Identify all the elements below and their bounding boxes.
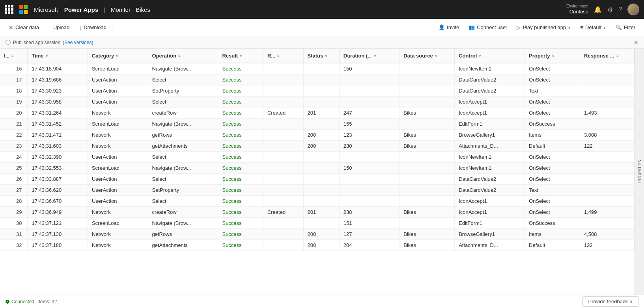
play-published-app-button[interactable]: ▷ Play published app ∨: [513, 22, 575, 32]
upload-icon: ↑: [49, 24, 51, 31]
table-cell: IconNewItem1: [455, 63, 525, 74]
table-row[interactable]: 2017:43:31.264NetworkcreateRowSuccessCre…: [0, 108, 635, 119]
table-row[interactable]: 1917:43:30.958UserActionSelectSuccessIco…: [0, 96, 635, 108]
table-cell: Success: [218, 141, 263, 152]
see-versions-link[interactable]: (See versions): [63, 40, 93, 45]
table-cell: UserAction: [88, 74, 148, 85]
table-cell: 17:43:30.958: [28, 96, 88, 108]
table-cell: Text: [525, 185, 580, 196]
table-row[interactable]: 3017:43:37.121ScreenLoadNavigate (Brow..…: [0, 218, 635, 229]
waffle-menu[interactable]: [5, 5, 13, 14]
col-status[interactable]: Status∨: [303, 49, 339, 63]
settings-icon[interactable]: ⚙: [607, 6, 613, 13]
invite-button[interactable]: 👤 Invite: [435, 22, 463, 32]
filter-label: Filter: [624, 24, 635, 30]
table-cell: Select: [148, 174, 218, 185]
avatar[interactable]: [627, 4, 639, 15]
table-cell: [399, 163, 455, 174]
table-cell: 17:43:31.264: [28, 108, 88, 119]
col-category[interactable]: Category∨: [88, 49, 148, 63]
col-id[interactable]: I...∨: [0, 49, 28, 63]
table-cell: 26: [0, 174, 28, 185]
download-button[interactable]: ↓ Download: [75, 22, 110, 33]
table-cell: [580, 218, 634, 229]
clear-data-button[interactable]: ✕ Clear data: [5, 22, 43, 33]
table-cell: [303, 119, 339, 130]
col-datasource[interactable]: Data source∨: [399, 49, 455, 63]
col-time[interactable]: Time∨: [28, 49, 88, 63]
duration-sort-icon: ∨: [373, 54, 376, 58]
table-cell: 150: [339, 63, 399, 74]
table-row[interactable]: 2417:43:32.390UserActionSelectSuccessIco…: [0, 152, 635, 163]
table-row[interactable]: 2517:43:32.553ScreenLoadNavigate (Brow..…: [0, 163, 635, 174]
environment-name: Contoso: [569, 9, 588, 15]
table-row[interactable]: 2717:43:36.620UserActionSetPropertySucce…: [0, 185, 635, 196]
time-sort-icon: ∨: [45, 54, 48, 58]
table-cell: [399, 174, 455, 185]
table-cell: [580, 185, 634, 196]
table-row[interactable]: 2917:43:36.949NetworkcreateRowSuccessCre…: [0, 207, 635, 218]
table-row[interactable]: 2217:43:31.471NetworkgetRowsSuccess20012…: [0, 130, 635, 141]
table-cell: OnSelect: [525, 152, 580, 163]
table-cell: [263, 85, 303, 96]
table-cell: Bikes: [399, 240, 455, 251]
table-cell: DataCardValue2: [455, 74, 525, 85]
table-row[interactable]: 1717:43:19.686UserActionSelectSuccessDat…: [0, 74, 635, 85]
table-cell: getAttachments: [148, 141, 218, 152]
default-button[interactable]: ≡ Default ∨: [576, 22, 610, 32]
table-cell: Success: [218, 108, 263, 119]
table-cell: createRow: [148, 108, 218, 119]
table-cell: Network: [88, 108, 148, 119]
table-cell: [263, 141, 303, 152]
table-row[interactable]: 1817:43:30.923UserActionSetPropertySucce…: [0, 85, 635, 96]
table-cell: Default: [525, 240, 580, 251]
col-control[interactable]: Control∨: [455, 49, 525, 63]
table-cell: 20: [0, 108, 28, 119]
table-cell: OnSuccess: [525, 119, 580, 130]
table-row[interactable]: 2817:43:36.670UserActionSelectSuccessIco…: [0, 196, 635, 207]
table-row[interactable]: 3217:43:37.180NetworkgetAttachmentsSucce…: [0, 240, 635, 251]
table-cell: [263, 196, 303, 207]
play-label: Play published app: [523, 24, 566, 30]
table-cell: 1,499: [580, 207, 634, 218]
table-cell: Bikes: [399, 130, 455, 141]
table-row[interactable]: 3117:43:37.130NetworkgetRowsSuccess20012…: [0, 229, 635, 240]
provide-feedback-button[interactable]: Provide feedback ∨: [582, 296, 638, 307]
connected-label: Connected: [11, 299, 34, 304]
upload-button[interactable]: ↑ Upload: [45, 22, 73, 33]
notification-icon[interactable]: 🔔: [594, 6, 602, 13]
connect-user-button[interactable]: 👥 Connect user: [465, 22, 511, 32]
table-row[interactable]: 2317:43:31.603NetworkgetAttachmentsSucce…: [0, 141, 635, 152]
filter-button[interactable]: 🔍 Filter: [612, 22, 639, 32]
col-result[interactable]: Result∨: [218, 49, 263, 63]
table-cell: [580, 74, 634, 85]
col-r[interactable]: R...∨: [263, 49, 303, 63]
table-cell: DataCardValue2: [455, 174, 525, 185]
help-icon[interactable]: ?: [618, 6, 622, 13]
data-table-container[interactable]: I...∨ Time∨ Category∨ Operation∨ Result∨: [0, 49, 635, 295]
table-cell: Success: [218, 174, 263, 185]
table-cell: 22: [0, 130, 28, 141]
table-cell: 17:43:36.620: [28, 185, 88, 196]
table-cell: Network: [88, 240, 148, 251]
toolbar: ✕ Clear data ↑ Upload ↓ Download 👤 Invit…: [0, 19, 644, 36]
table-cell: 122: [580, 240, 634, 251]
col-operation[interactable]: Operation∨: [148, 49, 218, 63]
infobar-close-button[interactable]: ✕: [634, 39, 638, 46]
table-cell: [580, 85, 634, 96]
col-duration[interactable]: Duration (...∨: [339, 49, 399, 63]
datasource-sort-icon: ∨: [435, 54, 437, 58]
table-row[interactable]: 2617:43:33.887UserActionSelectSuccessDat…: [0, 174, 635, 185]
table-cell: BrowseGallery1: [455, 130, 525, 141]
table-cell: Success: [218, 119, 263, 130]
table-cell: Bikes: [399, 207, 455, 218]
properties-panel-tab[interactable]: Properties: [635, 49, 644, 295]
col-response[interactable]: Response ...∨: [580, 49, 634, 63]
feedback-chevron-icon: ∨: [630, 299, 633, 304]
table-cell: [263, 163, 303, 174]
table-row[interactable]: 2117:43:31.452ScreenLoadNavigate (Brow..…: [0, 119, 635, 130]
col-property[interactable]: Property∨: [525, 49, 580, 63]
microsoft-logo: [19, 5, 28, 14]
topbar-right: Environment Contoso 🔔 ⚙ ?: [566, 4, 639, 15]
table-row[interactable]: 1617:43:18.904ScreenLoadNavigate (Brow..…: [0, 63, 635, 74]
